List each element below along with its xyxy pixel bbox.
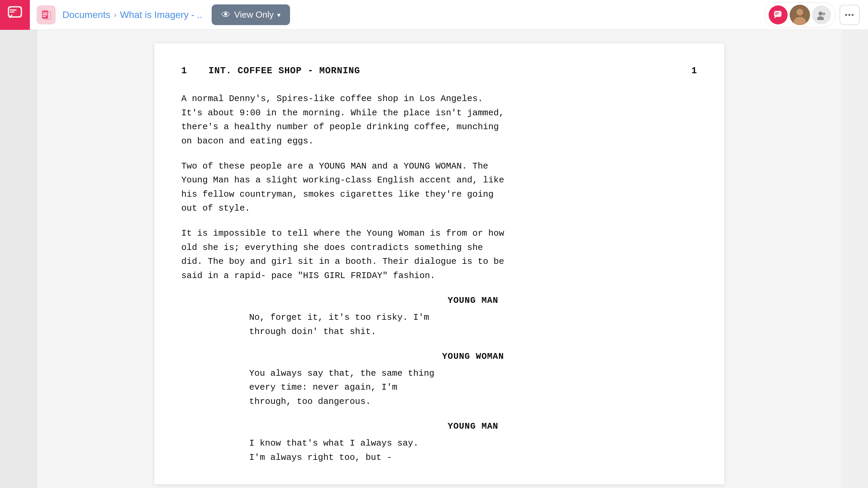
action-paragraph-3: It is impossible to tell where the Young… (181, 227, 697, 283)
more-icon: ••• (845, 11, 854, 19)
svg-rect-3 (10, 12, 15, 13)
scene-number-right: 1 (677, 64, 697, 78)
svg-point-15 (817, 16, 824, 20)
add-user-button[interactable] (812, 5, 831, 24)
svg-rect-5 (43, 13, 47, 14)
breadcrumb-current-page: What is Imagery - .. (120, 9, 202, 20)
action-text-2: Two of these people are a YOUNG MAN and … (181, 161, 504, 214)
topbar: Documents › What is Imagery - .. 👁 View … (0, 0, 868, 30)
view-only-button[interactable]: 👁 View Only ▾ (212, 4, 290, 25)
dialogue-text-3: I know that's what I always say. I'm alw… (249, 438, 419, 463)
app-logo[interactable] (0, 0, 30, 30)
character-name-2: YOUNG WOMAN (181, 350, 697, 364)
action-text-1: A normal Denny's, Spires-like coffee sho… (181, 94, 504, 146)
svg-rect-9 (775, 13, 779, 13)
logo-icon (6, 5, 23, 25)
dialogue-lines-2: You always say that, the same thing ever… (181, 367, 697, 409)
more-options-button[interactable]: ••• (840, 5, 860, 25)
dialogue-text-2: You always say that, the same thing ever… (249, 368, 435, 407)
breadcrumb: Documents › What is Imagery - .. (62, 9, 202, 20)
svg-point-14 (818, 12, 823, 16)
dialogue-text-1: No, forget it, it's too risky. I'm throu… (249, 312, 429, 337)
script-page: 1 INT. COFFEE SHOP - MORNING 1 A normal … (154, 43, 724, 484)
scene-number-left: 1 (181, 64, 202, 78)
svg-rect-10 (775, 14, 778, 15)
svg-rect-7 (43, 16, 46, 17)
svg-rect-8 (774, 11, 782, 17)
svg-point-12 (796, 9, 803, 16)
user-avatar-photo[interactable] (790, 5, 810, 25)
view-only-label: View Only (234, 9, 274, 20)
action-paragraph-1: A normal Denny's, Spires-like coffee sho… (181, 92, 697, 148)
breadcrumb-documents[interactable]: Documents (62, 9, 111, 20)
chat-avatar-button[interactable] (769, 5, 788, 24)
scene-heading: 1 INT. COFFEE SHOP - MORNING 1 (181, 64, 697, 78)
svg-rect-6 (43, 14, 47, 15)
scene-title: INT. COFFEE SHOP - MORNING (202, 64, 677, 78)
document-area[interactable]: 1 INT. COFFEE SHOP - MORNING 1 A normal … (37, 30, 841, 488)
dialogue-lines-1: No, forget it, it's too risky. I'm throu… (181, 311, 697, 339)
action-paragraph-2: Two of these people are a YOUNG MAN and … (181, 159, 697, 216)
character-name-3: YOUNG MAN (181, 419, 697, 434)
breadcrumb-arrow: › (114, 10, 117, 20)
caret-down-icon: ▾ (277, 11, 281, 19)
eye-icon: 👁 (221, 9, 231, 20)
documents-icon-button[interactable] (37, 5, 56, 24)
action-text-3: It is impossible to tell where the Young… (181, 228, 504, 281)
character-name-1: YOUNG MAN (181, 294, 697, 308)
svg-rect-2 (10, 9, 17, 11)
left-sidebar (0, 30, 37, 488)
main-content: 1 INT. COFFEE SHOP - MORNING 1 A normal … (0, 30, 868, 488)
dialogue-lines-3: I know that's what I always say. I'm alw… (181, 436, 697, 465)
topbar-right: ••• (764, 2, 860, 27)
user-avatars-group (764, 2, 835, 27)
right-sidebar (841, 30, 868, 488)
